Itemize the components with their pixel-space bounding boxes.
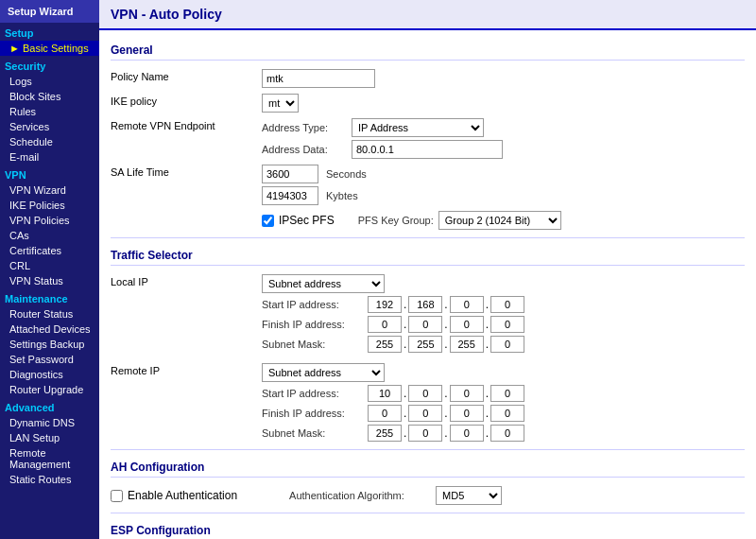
remote-finish-ip-2[interactable] (408, 405, 442, 422)
pfs-key-group-select[interactable]: Group 2 (1024 Bit) (438, 211, 561, 230)
remote-ip-section: Remote IP Subnet address Start IP addres… (111, 360, 745, 444)
remote-finish-label: Finish IP address: (262, 408, 366, 419)
local-mask-ip-1[interactable] (368, 336, 402, 353)
local-subnet-select[interactable]: Subnet address (262, 274, 385, 293)
esp-section-header: ESP Configuration (111, 518, 745, 539)
general-section-header: General (111, 38, 745, 61)
address-data-label: Address Data: (262, 144, 347, 155)
ike-policy-row: IKE policy mt (111, 91, 745, 115)
ah-enable-row: Enable Authentication Authentication Alg… (111, 483, 745, 508)
ike-policy-select[interactable]: mt (262, 94, 299, 113)
local-ip-section: Local IP Subnet address Start IP address… (111, 271, 745, 356)
sidebar-item-router-status[interactable]: Router Status (0, 306, 99, 322)
sa-life-time-label: SA Life Time (111, 165, 262, 178)
vpn-section-label: VPN (0, 165, 99, 183)
ipsec-pfs-row: IPSec PFS PFS Key Group: Group 2 (1024 B… (111, 208, 745, 233)
address-type-select[interactable]: IP Address (352, 118, 484, 137)
sidebar-item-vpn-policies[interactable]: VPN Policies (0, 213, 99, 228)
security-section-label: Security (0, 56, 99, 74)
remote-finish-ip-4[interactable] (490, 405, 524, 422)
page-title: VPN - Auto Policy (99, 0, 756, 30)
remote-vpn-row: Remote VPN Endpoint Address Type: IP Add… (111, 115, 745, 162)
local-start-ip-3[interactable] (450, 296, 484, 313)
remote-start-ip-1[interactable] (368, 385, 402, 402)
setup-section-label: Setup (0, 23, 99, 41)
ipsec-pfs-spacer (111, 211, 262, 213)
sidebar-item-vpn-wizard[interactable]: VPN Wizard (0, 183, 99, 198)
sidebar-item-diagnostics[interactable]: Diagnostics (0, 367, 99, 382)
sa-seconds-input[interactable] (262, 165, 318, 183)
advanced-section-label: Advanced (0, 397, 99, 415)
local-finish-ip-3[interactable] (450, 316, 484, 333)
local-finish-ip-4[interactable] (490, 316, 524, 333)
ah-algo-label: Authentication Algorithm: (289, 490, 431, 501)
remote-finish-ip-3[interactable] (450, 405, 484, 422)
local-finish-label: Finish IP address: (262, 319, 366, 330)
sidebar-item-attached-devices[interactable]: Attached Devices (0, 322, 99, 337)
sidebar: Setup Wizard Setup ► Basic Settings Secu… (0, 0, 99, 539)
remote-start-ip-4[interactable] (490, 385, 524, 402)
local-mask-label: Subnet Mask: (262, 339, 366, 350)
traffic-section-header: Traffic Selector (111, 243, 745, 266)
policy-name-input[interactable] (262, 69, 375, 88)
sidebar-item-remote-management[interactable]: Remote Management (0, 445, 99, 472)
sidebar-item-schedule[interactable]: Schedule (0, 134, 99, 149)
sidebar-item-basic-settings[interactable]: ► Basic Settings (0, 41, 99, 56)
ike-policy-label: IKE policy (111, 94, 262, 107)
remote-mask-ip-3[interactable] (450, 425, 484, 442)
remote-subnet-select[interactable]: Subnet address (262, 363, 385, 382)
address-data-input[interactable] (352, 140, 503, 159)
remote-start-ip-2[interactable] (408, 385, 442, 402)
remote-mask-label: Subnet Mask: (262, 427, 366, 439)
remote-start-ip-3[interactable] (450, 385, 484, 402)
remote-mask-ip-1[interactable] (368, 425, 402, 442)
maintenance-section-label: Maintenance (0, 288, 99, 306)
local-finish-ip-1[interactable] (368, 316, 402, 333)
pfs-key-group-label: PFS Key Group: (358, 215, 434, 226)
ah-algo-select[interactable]: MD5 (436, 486, 502, 505)
local-start-ip-2[interactable] (408, 296, 442, 313)
sidebar-item-block-sites[interactable]: Block Sites (0, 89, 99, 104)
remote-finish-ip-1[interactable] (368, 405, 402, 422)
kbytes-label: Kybtes (326, 190, 358, 201)
sidebar-item-vpn-status[interactable]: VPN Status (0, 273, 99, 288)
remote-start-label: Start IP address: (262, 388, 366, 399)
ipsec-pfs-label: IPSec PFS (279, 214, 335, 227)
main-content: VPN - Auto Policy General Policy Name IK… (99, 0, 756, 539)
setup-wizard-button[interactable]: Setup Wizard (0, 0, 99, 23)
ah-enable-checkbox[interactable] (111, 490, 123, 502)
sidebar-item-rules[interactable]: Rules (0, 104, 99, 119)
sidebar-item-static-routes[interactable]: Static Routes (0, 472, 99, 487)
local-mask-ip-4[interactable] (490, 336, 524, 353)
local-mask-ip-3[interactable] (450, 336, 484, 353)
remote-vpn-label: Remote VPN Endpoint (111, 118, 262, 131)
ah-section-header: AH Configuration (111, 455, 745, 478)
policy-name-row: Policy Name (111, 66, 745, 91)
local-ip-label: Local IP (111, 274, 262, 353)
ipsec-pfs-checkbox[interactable] (262, 215, 274, 227)
policy-name-label: Policy Name (111, 69, 262, 82)
local-start-ip-4[interactable] (490, 296, 524, 313)
sidebar-item-lan-setup[interactable]: LAN Setup (0, 430, 99, 445)
sidebar-item-settings-backup[interactable]: Settings Backup (0, 337, 99, 352)
sidebar-item-router-upgrade[interactable]: Router Upgrade (0, 382, 99, 397)
sidebar-item-dynamic-dns[interactable]: Dynamic DNS (0, 415, 99, 430)
address-type-label: Address Type: (262, 122, 347, 133)
sidebar-item-set-password[interactable]: Set Password (0, 352, 99, 367)
remote-mask-ip-4[interactable] (490, 425, 524, 442)
sidebar-item-certificates[interactable]: Certificates (0, 243, 99, 258)
sidebar-item-ike-policies[interactable]: IKE Policies (0, 198, 99, 213)
local-start-ip-1[interactable] (368, 296, 402, 313)
ah-enable-label: Enable Authentication (128, 489, 237, 502)
sidebar-item-crl[interactable]: CRL (0, 258, 99, 273)
local-mask-ip-2[interactable] (408, 336, 442, 353)
remote-mask-ip-2[interactable] (408, 425, 442, 442)
local-finish-ip-2[interactable] (408, 316, 442, 333)
local-start-label: Start IP address: (262, 299, 366, 310)
sa-kbytes-input[interactable] (262, 186, 318, 205)
sidebar-item-services[interactable]: Services (0, 119, 99, 134)
seconds-label: Seconds (326, 168, 367, 180)
sidebar-item-logs[interactable]: Logs (0, 74, 99, 89)
sidebar-item-email[interactable]: E-mail (0, 149, 99, 165)
sidebar-item-cas[interactable]: CAs (0, 228, 99, 243)
